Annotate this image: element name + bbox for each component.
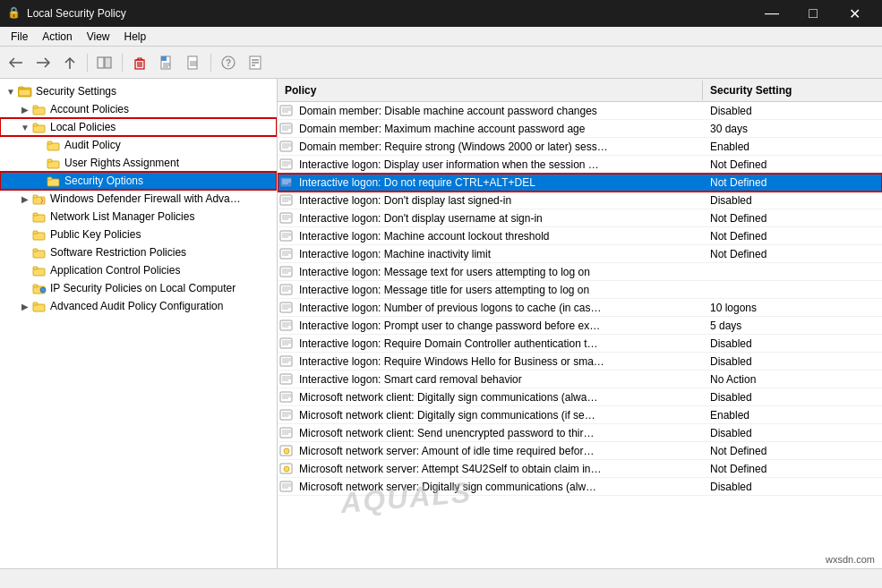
policy-icon [278,317,295,335]
table-row[interactable]: Interactive logon: Smart card removal be… [278,371,882,388]
svg-rect-58 [280,141,292,151]
tree-item-advanced-audit[interactable]: ▶ Advanced Audit Policy Configuration [0,297,277,315]
minimize-button[interactable]: — [751,0,792,27]
tree-item-public-key[interactable]: Public Key Policies [0,226,277,243]
content-panel: Policy Security Setting Domain member: D… [278,79,882,568]
policy-setting: Disabled [703,481,882,493]
policy-setting: Not Defined [703,230,882,243]
svg-rect-38 [33,213,38,216]
properties-button[interactable] [243,50,268,75]
svg-rect-26 [33,106,38,108]
policy-name: Interactive logon: Message text for user… [295,266,703,278]
svg-text:?: ? [226,58,231,68]
table-row[interactable]: Microsoft network server: Attempt S4U2Se… [278,460,882,478]
folder-icon-windows-firewall [32,192,47,205]
policy-icon [278,156,295,174]
policy-setting: 30 days [703,123,882,135]
table-row[interactable]: Microsoft network client: Send unencrypt… [278,424,882,442]
folder-icon-software-restriction [32,246,47,259]
expand-icon-security-settings: ▼ [4,87,18,97]
svg-rect-98 [280,320,292,330]
policy-name: Domain member: Maximum machine account p… [295,123,703,135]
tree-item-security-options[interactable]: Security Options [0,172,277,190]
table-row-selected[interactable]: Interactive logon: Do not require CTRL+A… [278,174,882,192]
forward-button[interactable] [30,50,56,75]
window-controls: — □ ✕ [751,0,875,27]
table-row[interactable]: Interactive logon: Don't display last si… [278,192,882,209]
folder-icon-account-policies [32,103,47,115]
policy-icon [278,263,295,281]
table-row[interactable]: Interactive logon: Number of previous lo… [278,299,882,317]
tree-item-app-control[interactable]: Application Control Policies [0,261,277,279]
close-button[interactable]: ✕ [834,0,875,27]
table-row[interactable]: Interactive logon: Require Domain Contro… [278,335,882,353]
table-row[interactable]: Microsoft network server: Digitally sign… [278,478,882,496]
svg-rect-74 [280,213,292,223]
policy-icon [278,353,295,371]
window-title: Local Security Policy [27,7,126,20]
menu-view[interactable]: View [80,29,117,45]
policy-setting: Not Defined [703,212,882,225]
table-row[interactable]: Domain member: Disable machine account p… [278,102,882,120]
tree-item-network-list[interactable]: Network List Manager Policies [0,208,277,226]
menu-file[interactable]: File [4,29,35,45]
tree-item-software-restriction[interactable]: Software Restriction Policies [0,243,277,261]
folder-icon-local-policies [32,121,47,133]
svg-rect-3 [98,57,104,68]
svg-rect-102 [280,338,292,348]
folder-icon-user-rights [47,157,61,169]
folder-icon-public-key [32,228,47,241]
up-button[interactable] [57,50,82,75]
export-button[interactable] [154,50,179,75]
policy-name: Interactive logon: Message title for use… [295,284,703,296]
policy-icon [278,227,295,245]
tree-item-user-rights[interactable]: User Rights Assignment [0,154,277,172]
tree-item-ip-security[interactable]: IP Security Policies on Local Computer [0,279,277,297]
delete-button[interactable] [127,50,152,75]
svg-rect-32 [47,159,52,162]
tree-item-local-policies[interactable]: ▼ Local Policies [0,118,277,136]
table-row[interactable]: Interactive logon: Message text for user… [278,263,882,281]
table-row[interactable]: Interactive logon: Message title for use… [278,281,882,299]
import-button[interactable] [181,50,206,75]
policy-name: Interactive logon: Smart card removal be… [295,373,703,386]
table-row[interactable]: Interactive logon: Machine inactivity li… [278,245,882,263]
svg-rect-118 [280,410,292,420]
tree-item-audit-policy[interactable]: Audit Policy [0,136,277,154]
table-row[interactable]: Domain member: Maximum machine account p… [278,120,882,138]
maximize-button[interactable]: □ [792,0,834,27]
policy-name: Interactive logon: Don't display last si… [295,194,703,207]
policy-setting: Not Defined [703,158,882,171]
table-row[interactable]: Interactive logon: Don't display usernam… [278,209,882,227]
table-row[interactable]: Interactive logon: Prompt user to change… [278,317,882,335]
tree-item-account-policies[interactable]: ▶ Account Policies [0,100,277,118]
tree-item-security-settings[interactable]: ▼ Security Settings [0,82,277,100]
policy-setting: Not Defined [703,248,882,260]
svg-rect-82 [280,249,292,259]
back-button[interactable] [4,50,29,75]
policy-setting: Enabled [703,409,882,422]
policy-setting-selected: Not Defined [703,176,882,189]
tree-label-public-key: Public Key Policies [50,228,141,241]
app-icon: 🔒 [7,6,21,21]
show-hide-button[interactable] [92,50,117,75]
header-setting[interactable]: Security Setting [703,81,882,100]
tree-item-windows-firewall[interactable]: ▶ Windows Defender Firewall with Adva… [0,190,277,208]
menu-action[interactable]: Action [35,29,79,45]
table-row[interactable]: Microsoft network client: Digitally sign… [278,406,882,424]
folder-icon-network-list [32,210,47,223]
help-button[interactable]: ? [216,50,241,75]
policy-name: Interactive logon: Don't display usernam… [295,212,703,225]
folder-icon-audit-policy [47,139,61,151]
table-row[interactable]: Interactive logon: Require Windows Hello… [278,353,882,371]
menu-help[interactable]: Help [117,29,154,45]
header-policy[interactable]: Policy [278,81,703,100]
table-row[interactable]: Interactive logon: Display user informat… [278,156,882,174]
list-header: Policy Security Setting [278,79,882,102]
table-row[interactable]: Microsoft network client: Digitally sign… [278,388,882,406]
table-row[interactable]: Interactive logon: Machine account locko… [278,227,882,245]
table-row[interactable]: Microsoft network server: Amount of idle… [278,442,882,460]
policy-icon [278,371,295,388]
policy-name: Interactive logon: Display user informat… [295,158,703,171]
table-row[interactable]: Domain member: Require strong (Windows 2… [278,138,882,156]
